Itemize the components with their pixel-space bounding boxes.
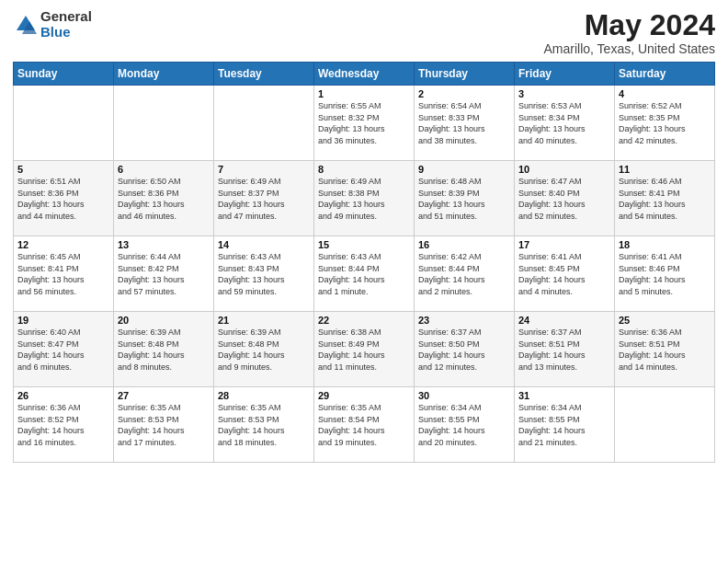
calendar-cell: 26Sunrise: 6:36 AM Sunset: 8:52 PM Dayli…	[14, 387, 114, 463]
day-info: Sunrise: 6:41 AM Sunset: 8:46 PM Dayligh…	[619, 251, 711, 297]
calendar-cell: 4Sunrise: 6:52 AM Sunset: 8:35 PM Daylig…	[615, 86, 715, 161]
calendar-cell: 14Sunrise: 6:43 AM Sunset: 8:43 PM Dayli…	[214, 236, 314, 312]
day-of-week-header: Sunday	[14, 63, 114, 86]
day-info: Sunrise: 6:40 AM Sunset: 8:47 PM Dayligh…	[17, 327, 109, 373]
day-info: Sunrise: 6:53 AM Sunset: 8:34 PM Dayligh…	[518, 100, 610, 146]
day-number: 25	[619, 315, 711, 326]
calendar-week-row: 26Sunrise: 6:36 AM Sunset: 8:52 PM Dayli…	[14, 387, 715, 463]
page: General Blue May 2024 Amarillo, Texas, U…	[0, 0, 728, 563]
calendar: SundayMondayTuesdayWednesdayThursdayFrid…	[13, 62, 715, 463]
day-number: 16	[418, 239, 510, 250]
day-number: 8	[318, 164, 410, 175]
day-number: 24	[518, 315, 610, 326]
calendar-cell: 18Sunrise: 6:41 AM Sunset: 8:46 PM Dayli…	[615, 236, 715, 312]
calendar-header: SundayMondayTuesdayWednesdayThursdayFrid…	[14, 63, 715, 86]
day-info: Sunrise: 6:36 AM Sunset: 8:51 PM Dayligh…	[619, 327, 711, 373]
day-info: Sunrise: 6:50 AM Sunset: 8:36 PM Dayligh…	[118, 176, 210, 222]
day-number: 26	[17, 390, 109, 401]
day-number: 12	[17, 239, 109, 250]
day-info: Sunrise: 6:35 AM Sunset: 8:53 PM Dayligh…	[218, 402, 310, 448]
day-info: Sunrise: 6:37 AM Sunset: 8:51 PM Dayligh…	[518, 327, 610, 373]
day-number: 13	[118, 239, 210, 250]
day-info: Sunrise: 6:36 AM Sunset: 8:52 PM Dayligh…	[17, 402, 109, 448]
day-info: Sunrise: 6:46 AM Sunset: 8:41 PM Dayligh…	[619, 176, 711, 222]
day-info: Sunrise: 6:49 AM Sunset: 8:37 PM Dayligh…	[218, 176, 310, 222]
day-info: Sunrise: 6:41 AM Sunset: 8:45 PM Dayligh…	[518, 251, 610, 297]
calendar-cell: 30Sunrise: 6:34 AM Sunset: 8:55 PM Dayli…	[415, 387, 515, 463]
calendar-cell	[615, 387, 715, 463]
day-number: 15	[318, 239, 410, 250]
calendar-cell: 13Sunrise: 6:44 AM Sunset: 8:42 PM Dayli…	[114, 236, 214, 312]
day-number: 19	[17, 315, 109, 326]
day-of-week-header: Monday	[114, 63, 214, 86]
logo: General Blue	[13, 9, 92, 40]
day-number: 30	[418, 390, 510, 401]
day-number: 11	[619, 164, 711, 175]
calendar-cell	[14, 86, 114, 161]
calendar-cell: 15Sunrise: 6:43 AM Sunset: 8:44 PM Dayli…	[314, 236, 415, 312]
calendar-cell: 5Sunrise: 6:51 AM Sunset: 8:36 PM Daylig…	[14, 161, 114, 236]
day-number: 31	[518, 390, 610, 401]
day-number: 27	[118, 390, 210, 401]
day-info: Sunrise: 6:43 AM Sunset: 8:43 PM Dayligh…	[218, 251, 310, 297]
day-number: 6	[118, 164, 210, 175]
calendar-week-row: 5Sunrise: 6:51 AM Sunset: 8:36 PM Daylig…	[14, 161, 715, 236]
calendar-cell	[114, 86, 214, 161]
calendar-cell: 29Sunrise: 6:35 AM Sunset: 8:54 PM Dayli…	[314, 387, 415, 463]
calendar-cell: 25Sunrise: 6:36 AM Sunset: 8:51 PM Dayli…	[615, 312, 715, 387]
calendar-cell	[214, 86, 314, 161]
day-number: 3	[518, 88, 610, 99]
day-info: Sunrise: 6:51 AM Sunset: 8:36 PM Dayligh…	[17, 176, 109, 222]
day-info: Sunrise: 6:42 AM Sunset: 8:44 PM Dayligh…	[418, 251, 510, 297]
calendar-cell: 22Sunrise: 6:38 AM Sunset: 8:49 PM Dayli…	[314, 312, 415, 387]
calendar-cell: 2Sunrise: 6:54 AM Sunset: 8:33 PM Daylig…	[415, 86, 515, 161]
calendar-cell: 16Sunrise: 6:42 AM Sunset: 8:44 PM Dayli…	[415, 236, 515, 312]
day-number: 29	[318, 390, 410, 401]
day-info: Sunrise: 6:34 AM Sunset: 8:55 PM Dayligh…	[418, 402, 510, 448]
calendar-body: 1Sunrise: 6:55 AM Sunset: 8:32 PM Daylig…	[14, 86, 715, 463]
day-info: Sunrise: 6:37 AM Sunset: 8:50 PM Dayligh…	[418, 327, 510, 373]
day-info: Sunrise: 6:44 AM Sunset: 8:42 PM Dayligh…	[118, 251, 210, 297]
calendar-cell: 27Sunrise: 6:35 AM Sunset: 8:53 PM Dayli…	[114, 387, 214, 463]
main-title: May 2024	[544, 9, 716, 41]
calendar-cell: 6Sunrise: 6:50 AM Sunset: 8:36 PM Daylig…	[114, 161, 214, 236]
calendar-cell: 21Sunrise: 6:39 AM Sunset: 8:48 PM Dayli…	[214, 312, 314, 387]
logo-general: General	[40, 9, 92, 25]
day-number: 9	[418, 164, 510, 175]
day-of-week-header: Saturday	[615, 63, 715, 86]
calendar-cell: 24Sunrise: 6:37 AM Sunset: 8:51 PM Dayli…	[515, 312, 615, 387]
day-number: 14	[218, 239, 310, 250]
day-number: 21	[218, 315, 310, 326]
day-of-week-header: Friday	[515, 63, 615, 86]
day-info: Sunrise: 6:55 AM Sunset: 8:32 PM Dayligh…	[318, 100, 410, 146]
logo-icon	[13, 12, 39, 38]
day-info: Sunrise: 6:43 AM Sunset: 8:44 PM Dayligh…	[318, 251, 410, 297]
calendar-cell: 20Sunrise: 6:39 AM Sunset: 8:48 PM Dayli…	[114, 312, 214, 387]
day-info: Sunrise: 6:34 AM Sunset: 8:55 PM Dayligh…	[518, 402, 610, 448]
calendar-cell: 1Sunrise: 6:55 AM Sunset: 8:32 PM Daylig…	[314, 86, 415, 161]
day-number: 20	[118, 315, 210, 326]
calendar-week-row: 19Sunrise: 6:40 AM Sunset: 8:47 PM Dayli…	[14, 312, 715, 387]
day-number: 22	[318, 315, 410, 326]
calendar-cell: 12Sunrise: 6:45 AM Sunset: 8:41 PM Dayli…	[14, 236, 114, 312]
day-info: Sunrise: 6:38 AM Sunset: 8:49 PM Dayligh…	[318, 327, 410, 373]
day-number: 7	[218, 164, 310, 175]
day-number: 5	[17, 164, 109, 175]
day-info: Sunrise: 6:54 AM Sunset: 8:33 PM Dayligh…	[418, 100, 510, 146]
day-info: Sunrise: 6:35 AM Sunset: 8:53 PM Dayligh…	[118, 402, 210, 448]
title-block: May 2024 Amarillo, Texas, United States	[544, 9, 716, 56]
day-number: 23	[418, 315, 510, 326]
day-number: 4	[619, 88, 711, 99]
calendar-cell: 7Sunrise: 6:49 AM Sunset: 8:37 PM Daylig…	[214, 161, 314, 236]
calendar-cell: 23Sunrise: 6:37 AM Sunset: 8:50 PM Dayli…	[415, 312, 515, 387]
calendar-cell: 19Sunrise: 6:40 AM Sunset: 8:47 PM Dayli…	[14, 312, 114, 387]
day-of-week-header: Tuesday	[214, 63, 314, 86]
subtitle: Amarillo, Texas, United States	[544, 41, 716, 56]
calendar-cell: 10Sunrise: 6:47 AM Sunset: 8:40 PM Dayli…	[515, 161, 615, 236]
day-number: 1	[318, 88, 410, 99]
day-info: Sunrise: 6:35 AM Sunset: 8:54 PM Dayligh…	[318, 402, 410, 448]
day-info: Sunrise: 6:47 AM Sunset: 8:40 PM Dayligh…	[518, 176, 610, 222]
logo-blue: Blue	[40, 25, 92, 40]
day-number: 2	[418, 88, 510, 99]
calendar-cell: 8Sunrise: 6:49 AM Sunset: 8:38 PM Daylig…	[314, 161, 415, 236]
